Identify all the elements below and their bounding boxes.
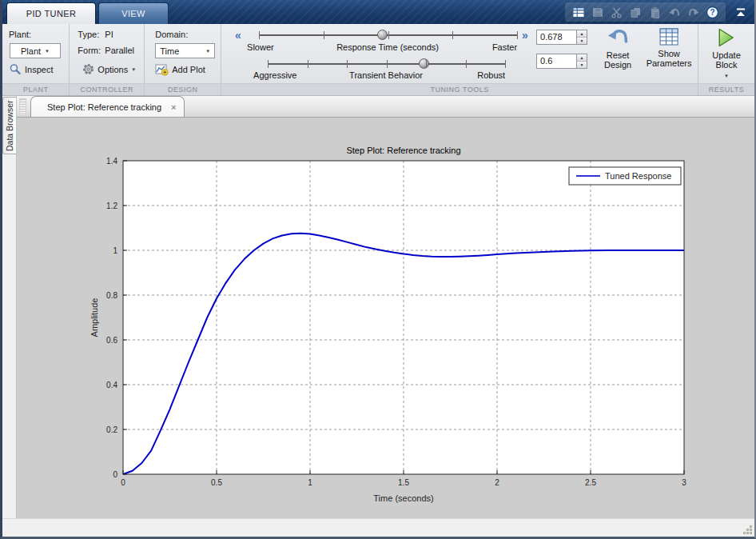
play-icon (718, 27, 736, 48)
data-browser-tab[interactable]: Data Browser (2, 97, 16, 154)
help-icon[interactable]: ? (706, 6, 719, 19)
slider-tick (347, 60, 348, 68)
plant-dropdown-value: Plant (21, 46, 41, 56)
faster-chevron-icon[interactable]: » (522, 30, 528, 40)
y-axis-label: Amplitude (90, 298, 99, 337)
reset-design-button[interactable]: ResetDesign (604, 27, 631, 70)
response-time-value[interactable]: 0.678 (537, 30, 576, 44)
form-value: Parallel (105, 46, 134, 55)
data-browser-panel: Data Browser (2, 96, 17, 518)
transient-behavior-label: Transient Behavior (349, 70, 423, 80)
inspect-button[interactable]: Inspect (9, 63, 53, 76)
transient-behavior-spinner[interactable]: 0.6 ▲ ▼ (536, 54, 587, 69)
x-axis-label: Time (seconds) (373, 493, 433, 503)
y-tick-label: 0 (113, 470, 117, 479)
options-label: Options (97, 65, 128, 74)
update-block-line1: Update (712, 50, 740, 60)
chart-title: Step Plot: Reference tracking (346, 146, 460, 155)
transient-behavior-slider-handle[interactable] (419, 58, 429, 69)
document-tab-label: Step Plot: Reference tracking (47, 102, 161, 112)
y-tick-label: 0.4 (106, 381, 117, 389)
aggressive-label: Aggressive (253, 70, 296, 80)
x-tick-label: 0 (121, 478, 125, 487)
y-tick-label: 1.2 (106, 202, 117, 210)
section-controller: Type: PI Form: Parallel Options ▼ CONTRO… (70, 24, 145, 95)
section-design: Domain: Time ▼ Add Plot DESIGN (145, 24, 221, 95)
spin-up-icon[interactable]: ▲ (577, 30, 587, 38)
y-tick-label: 1 (113, 246, 117, 255)
y-tick-label: 0.2 (106, 425, 117, 434)
dropdown-arrow-icon: ▼ (45, 49, 50, 54)
spin-down-icon[interactable]: ▼ (577, 62, 587, 68)
section-label-design: DESIGN (145, 83, 221, 95)
paste-icon[interactable] (648, 6, 662, 19)
response-time-spinner[interactable]: 0.678 ▲ ▼ (536, 30, 587, 45)
x-tick-label: 0.5 (211, 478, 222, 487)
x-tick-label: 3 (682, 478, 686, 487)
dropdown-arrow-icon: ▼ (131, 67, 136, 72)
show-parameters-wrap: ShowParameters (640, 24, 698, 83)
parameters-table-icon (659, 27, 679, 46)
response-time-label: Response Time (seconds) (336, 42, 439, 52)
redo-icon[interactable] (686, 6, 700, 19)
x-tick-label: 2.5 (585, 478, 596, 487)
tab-drag-handle[interactable] (19, 98, 26, 116)
slider-tick (517, 31, 518, 39)
layout-icon[interactable] (571, 6, 585, 19)
slower-chevron-icon[interactable]: « (235, 30, 241, 40)
inspect-label: Inspect (25, 65, 53, 74)
step-plot-canvas[interactable]: 00.511.522.5300.20.40.60.811.21.4Step Pl… (17, 118, 754, 518)
section-label-controller: CONTROLLER (70, 83, 144, 95)
reset-label-line2: Design (604, 60, 631, 70)
quick-access-toolbar: ? (565, 2, 726, 22)
spin-down-icon[interactable]: ▼ (577, 38, 587, 44)
undo-arrow-icon (607, 27, 629, 48)
y-tick-label: 1.4 (106, 157, 117, 166)
add-plot-button[interactable]: Add Plot (155, 63, 205, 76)
show-parameters-button[interactable]: ShowParameters (647, 27, 692, 68)
section-label-results: RESULTS (698, 83, 754, 95)
response-time-slider[interactable] (259, 34, 517, 36)
response-time-spin-buttons[interactable]: ▲ ▼ (576, 30, 587, 44)
add-plot-label: Add Plot (172, 65, 205, 74)
show-parameters-line2: Parameters (647, 58, 692, 68)
cut-icon[interactable] (610, 6, 623, 19)
ribbon: Plant: Plant ▼ Inspect PLANT Type: PI Fo… (2, 24, 754, 96)
undo-icon[interactable] (667, 6, 681, 19)
response-time-slider-handle[interactable] (377, 30, 388, 40)
collapse-toolstrip-button[interactable] (734, 5, 748, 19)
plant-dropdown[interactable]: Plant ▼ (10, 43, 61, 58)
slower-label: Slower (247, 42, 274, 52)
transient-behavior-value[interactable]: 0.6 (537, 54, 576, 68)
magnifier-icon (9, 63, 22, 76)
dropdown-arrow-icon: ▼ (724, 74, 729, 78)
slider-tick (259, 31, 260, 39)
transient-spin-buttons[interactable]: ▲ ▼ (576, 54, 587, 68)
spin-up-icon[interactable]: ▲ (577, 54, 587, 62)
tab-pid-tuner[interactable]: PID TUNER (6, 2, 96, 24)
update-block-button[interactable]: UpdateBlock ▼ (712, 27, 740, 81)
slider-tick (505, 60, 506, 68)
domain-combobox[interactable]: Time ▼ (155, 43, 215, 58)
section-plant: Plant: Plant ▼ Inspect PLANT (2, 24, 70, 95)
statusbar (2, 518, 754, 537)
options-button[interactable]: Options ▼ (82, 63, 136, 75)
slider-tick (388, 31, 389, 39)
close-icon[interactable]: × (171, 102, 176, 112)
document-tab-step-plot[interactable]: Step Plot: Reference tracking × (30, 96, 185, 117)
faster-label: Faster (492, 42, 517, 52)
section-label-tuning-tools: TUNING TOOLS (221, 83, 698, 95)
domain-label: Domain: (155, 30, 188, 39)
tuning-sliders: « » Slower Response Time (seconds) Faste… (221, 24, 535, 83)
legend-entry-label: Tuned Response (605, 171, 671, 181)
y-tick-label: 0.6 (106, 336, 117, 345)
save-icon[interactable] (591, 6, 604, 19)
collapse-toolstrip-icon (735, 6, 746, 18)
resize-grip-icon[interactable] (742, 525, 753, 535)
robust-label: Robust (477, 70, 505, 80)
tuning-spinners: 0.678 ▲ ▼ 0.6 ▲ ▼ (535, 24, 595, 83)
tab-view[interactable]: VIEW (98, 2, 169, 24)
transient-behavior-slider[interactable] (268, 63, 505, 65)
copy-icon[interactable] (629, 6, 643, 19)
show-parameters-line1: Show (658, 49, 680, 58)
